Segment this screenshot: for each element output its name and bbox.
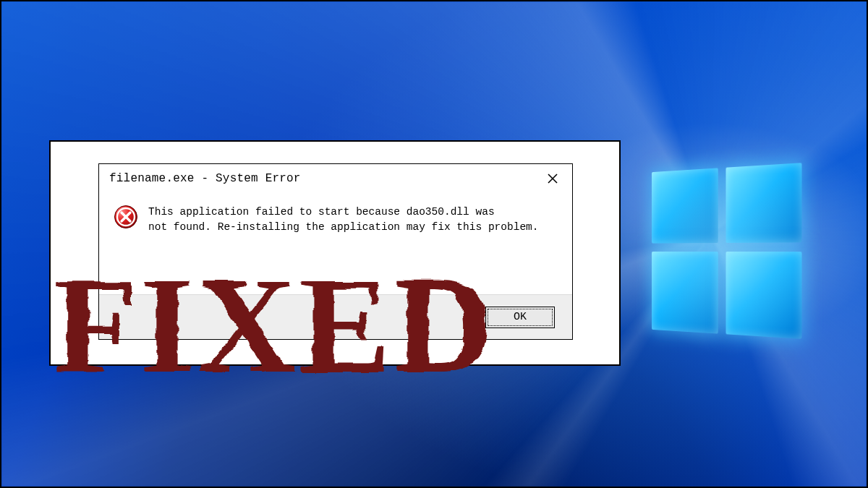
dialog-backdrop: filename.exe - System Error <box>49 140 621 366</box>
ok-button[interactable]: OK <box>485 307 555 328</box>
dialog-button-row: OK <box>99 294 572 339</box>
error-icon <box>114 205 138 229</box>
close-button[interactable] <box>540 169 565 188</box>
dialog-titlebar: filename.exe - System Error <box>99 164 572 192</box>
dialog-title: filename.exe - System Error <box>109 172 301 185</box>
ok-button-label: OK <box>514 311 527 323</box>
error-dialog: filename.exe - System Error <box>98 163 573 340</box>
windows-logo-icon <box>652 163 801 339</box>
dialog-body: This application failed to start because… <box>99 192 572 294</box>
close-icon <box>548 174 558 184</box>
dialog-message: This application failed to start because… <box>148 205 539 294</box>
